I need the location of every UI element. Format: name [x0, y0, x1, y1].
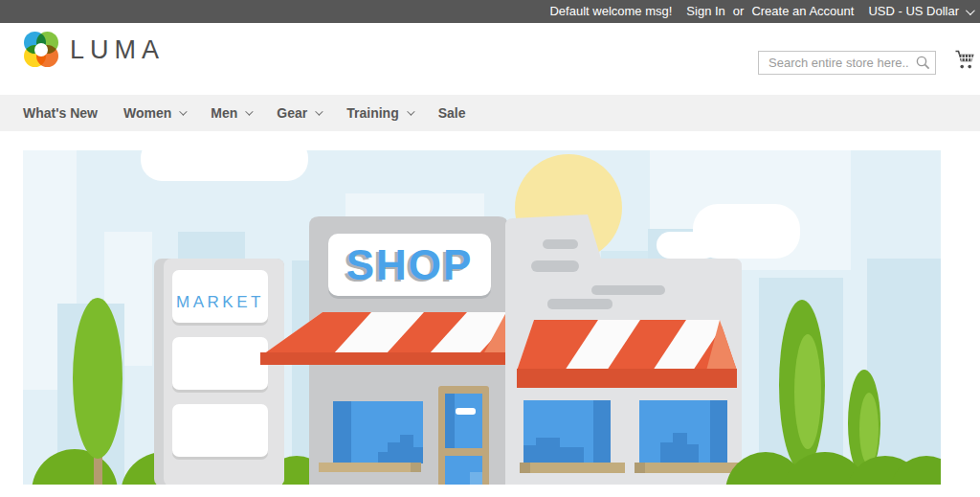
nav-item-whats-new[interactable]: What's New	[23, 105, 98, 121]
welcome-message: Default welcome msg!	[549, 0, 672, 23]
right-store-window-2	[635, 400, 740, 473]
shop-window	[319, 401, 423, 472]
cart-icon	[954, 50, 976, 70]
store-logo[interactable]: LUMA	[23, 32, 165, 68]
sign-in-link[interactable]: Sign In	[686, 0, 724, 23]
or-text: or	[733, 0, 745, 23]
chevron-down-icon	[245, 107, 253, 115]
nav-item-training[interactable]: Training	[346, 105, 412, 121]
hero-illustration: MARKET SHOP SHOP	[23, 150, 941, 485]
right-store-window-1	[520, 400, 625, 473]
market-tower: MARKET	[154, 259, 284, 485]
nav-item-men[interactable]: Men	[211, 105, 251, 121]
topbar-links: Default welcome msg! Sign In or Create a…	[549, 0, 980, 23]
search-icon[interactable]	[915, 55, 931, 71]
nav-item-women[interactable]: Women	[123, 105, 185, 121]
cart-button[interactable]	[954, 50, 976, 73]
shop-sign-text: SHOP	[346, 241, 474, 288]
left-tree	[73, 298, 122, 459]
chevron-down-icon	[315, 107, 323, 115]
create-account-link[interactable]: Create an Account	[751, 0, 854, 23]
hero-banner[interactable]: MARKET SHOP SHOP	[23, 150, 941, 485]
market-sign-text: MARKET	[176, 293, 264, 311]
shop-door	[438, 386, 489, 485]
chevron-down-icon	[407, 107, 414, 115]
topbar: Default welcome msg! Sign In or Create a…	[0, 0, 980, 23]
currency-switcher[interactable]: USD - US Dollar	[868, 0, 972, 23]
nav-item-gear[interactable]: Gear	[277, 105, 321, 121]
header: LUMA	[0, 23, 980, 95]
logo-text: LUMA	[70, 35, 165, 65]
luma-logo-icon	[23, 32, 59, 68]
search-box	[758, 51, 936, 75]
nav-item-sale[interactable]: Sale	[438, 105, 466, 121]
chevron-down-icon	[179, 107, 187, 115]
chevron-down-icon	[966, 6, 975, 15]
search-input[interactable]	[758, 51, 936, 75]
currency-label: USD - US Dollar	[868, 0, 959, 23]
main-nav: What's New Women Men Gear Training Sale	[0, 95, 980, 131]
